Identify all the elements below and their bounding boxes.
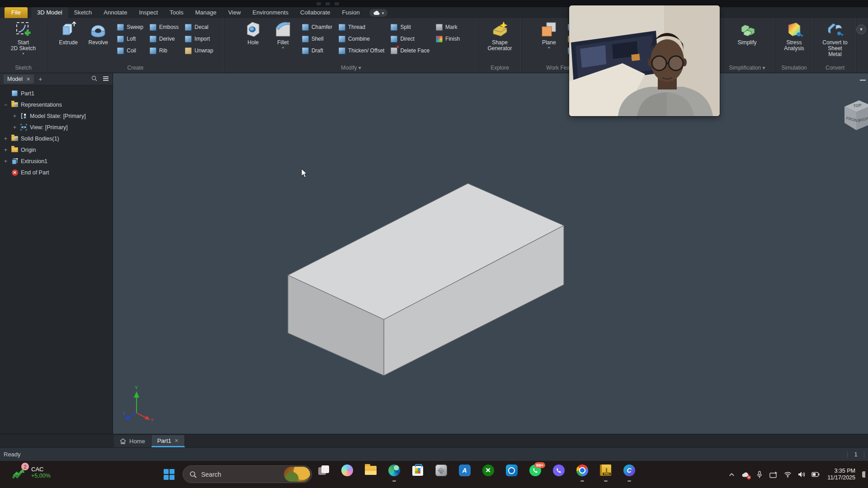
search-icon[interactable] <box>91 75 97 83</box>
doc-tab-home[interactable]: Home <box>114 435 151 447</box>
tab-sketch[interactable]: Sketch <box>68 7 98 18</box>
ribbon-button-fillet[interactable]: Fillet▾ <box>269 19 297 50</box>
menu-hamburger-icon[interactable] <box>103 75 109 83</box>
weather-stocks-widget[interactable]: 2 CAC +5,00% <box>12 465 51 480</box>
tree-item-representations[interactable]: −Representations <box>0 99 113 110</box>
tray-volume-icon[interactable] <box>797 470 806 479</box>
tab-view[interactable]: View <box>222 7 247 18</box>
panel-label-create[interactable]: Create <box>47 64 224 73</box>
ribbon-button-loft[interactable]: Loft <box>114 33 146 45</box>
taskbar-icon-canva[interactable]: C <box>623 465 635 482</box>
ribbon-button-finish[interactable]: Finish <box>433 33 463 45</box>
panel-label-sketch[interactable]: Sketch <box>0 64 47 73</box>
start-button[interactable] <box>163 468 175 481</box>
taskbar-icon-chrome[interactable] <box>576 465 588 482</box>
tab-tools[interactable]: Tools <box>164 7 189 18</box>
expander-icon[interactable]: + <box>12 124 18 131</box>
ribbon-button-decal[interactable]: Decal <box>182 21 216 33</box>
taskbar-icon-copilot[interactable] <box>341 465 353 482</box>
taskbar-icon-xbox[interactable]: ✕ <box>482 465 494 482</box>
panel-label-explore[interactable]: Explore <box>478 64 521 73</box>
tab-manage[interactable]: Manage <box>189 7 222 18</box>
taskbar-clock[interactable]: 3:35 PM 11/17/2025 <box>827 468 855 481</box>
tab-fusion[interactable]: Fusion <box>336 7 366 18</box>
tree-item-part1[interactable]: Part1 <box>0 88 113 99</box>
tab-inspect[interactable]: Inspect <box>133 7 164 18</box>
ribbon-button-convert-to-sheet-metal[interactable]: Convert to Sheet Metal <box>821 19 849 57</box>
notification-center-icon[interactable] <box>862 471 865 478</box>
tree-item-end-of-part[interactable]: ✕End of Part <box>0 167 113 178</box>
tab-3d-model[interactable]: 3D Model <box>31 7 68 18</box>
ribbon-button-plane[interactable]: Plane▾ <box>535 19 563 50</box>
close-icon[interactable]: ✕ <box>175 438 179 444</box>
ribbon-button-shell[interactable]: Shell <box>299 33 335 45</box>
expander-icon[interactable]: + <box>12 113 18 119</box>
taskbar-icon-file-explorer[interactable] <box>364 465 377 482</box>
ribbon-button-revolve[interactable]: Revolve <box>84 19 112 46</box>
tree-item-extrusion1[interactable]: +Extrusion1 <box>0 155 113 167</box>
ribbon-button-chamfer[interactable]: Chamfer <box>299 21 335 33</box>
panel-minimize-dash[interactable] <box>860 80 866 81</box>
panel-label-simplification[interactable]: Simplification ▾ <box>720 64 774 73</box>
ribbon-button-hole[interactable]: Hole <box>239 19 267 46</box>
tab-annotate[interactable]: Annotate <box>98 7 133 18</box>
taskbar-icon-viber[interactable] <box>552 465 565 482</box>
tree-item-origin[interactable]: +Origin <box>0 144 113 155</box>
expander-icon[interactable]: + <box>3 136 9 142</box>
tray-battery-icon[interactable] <box>811 470 820 479</box>
cloud-sync-button[interactable]: ▾ <box>369 9 388 17</box>
ribbon-button-sweep[interactable]: Sweep <box>114 21 146 33</box>
close-icon[interactable]: ✕ <box>26 76 30 82</box>
ribbon-button-delete-face[interactable]: Delete Face <box>387 45 433 56</box>
add-tab-icon[interactable]: + <box>38 75 42 83</box>
ribbon-button-emboss[interactable]: Emboss <box>146 21 182 33</box>
tab-file[interactable]: File <box>5 7 28 18</box>
ribbon-button-extrude[interactable]: Extrude <box>54 19 82 46</box>
ribbon-button-start-2d-sketch[interactable]: Start 2D Sketch▾ <box>9 19 38 56</box>
tab-environments[interactable]: Environments <box>247 7 294 18</box>
view-cube[interactable]: TOP FRONT RIGHT <box>840 96 868 136</box>
ribbon-button-mark[interactable]: Mark <box>433 21 463 33</box>
ribbon-button-rib[interactable]: Rib <box>146 45 182 56</box>
tray-screen-snip-icon[interactable] <box>769 470 778 479</box>
taskbar-icon-whatsapp[interactable]: 99+ <box>529 465 541 482</box>
ribbon-button-import[interactable]: Import <box>182 33 216 45</box>
panel-label-modify[interactable]: Modify ▾ <box>224 64 478 73</box>
ribbon-button-shape-generator[interactable]: Shape Generator <box>486 19 514 52</box>
taskbar-icon-microsoft-store[interactable] <box>411 465 424 482</box>
viewport-3d[interactable]: Y x z TOP FRONT RIGHT <box>113 73 868 434</box>
ribbon-button-split[interactable]: Split <box>387 21 433 33</box>
ribbon-button-draft[interactable]: Draft <box>299 45 335 56</box>
ribbon-button-thread[interactable]: Thread <box>335 21 387 33</box>
tree-item-model-state-primary[interactable]: +Model State: [Primary] <box>0 110 113 122</box>
ribbon-button-combine[interactable]: Combine <box>335 33 387 45</box>
tree-item-view-primary[interactable]: +View: [Primary] <box>0 122 113 133</box>
tray-onedrive-icon[interactable]: ✕ <box>741 470 750 479</box>
expander-icon[interactable]: + <box>3 147 9 153</box>
tree-item-solid-bodies-1[interactable]: +Solid Bodies(1) <box>0 133 113 144</box>
browser-tab-model[interactable]: Model ✕ <box>4 75 34 84</box>
panel-label-simulation[interactable]: Simulation <box>775 64 813 73</box>
quick-access-toolbar-icon[interactable] <box>335 2 339 5</box>
tray-wifi-icon[interactable] <box>783 470 792 479</box>
taskbar-icon-outlook[interactable] <box>505 465 518 482</box>
tab-collaborate[interactable]: Collaborate <box>294 7 336 18</box>
taskbar-icon-task-view[interactable] <box>317 465 330 482</box>
search-daily-image[interactable] <box>284 467 310 482</box>
quick-access-toolbar-icon[interactable] <box>316 2 321 5</box>
part-solid-box[interactable] <box>113 73 868 434</box>
ribbon-button-stress-analysis[interactable]: Stress Analysis <box>780 19 808 52</box>
doc-tab-part1[interactable]: Part1 ✕ <box>151 435 185 447</box>
ribbon-button-unwrap[interactable]: Unwrap <box>182 45 216 56</box>
ribbon-collapse-button[interactable]: ▼ <box>856 24 866 34</box>
taskbar-icon-inventor-viewer[interactable] <box>435 465 447 482</box>
ribbon-button-derive[interactable]: Derive <box>146 33 182 45</box>
ribbon-button-thicken-offset[interactable]: Thicken/ Offset <box>335 45 387 56</box>
quick-access-toolbar-icon[interactable] <box>326 2 330 5</box>
taskbar-icon-edge[interactable] <box>388 465 400 482</box>
panel-label-convert[interactable]: Convert <box>814 64 856 73</box>
ribbon-button-simplify[interactable]: Simplify <box>733 19 761 46</box>
taskbar-icon-autocad[interactable]: A <box>458 465 471 482</box>
expander-icon[interactable]: − <box>3 102 9 108</box>
expander-icon[interactable]: + <box>3 158 9 164</box>
